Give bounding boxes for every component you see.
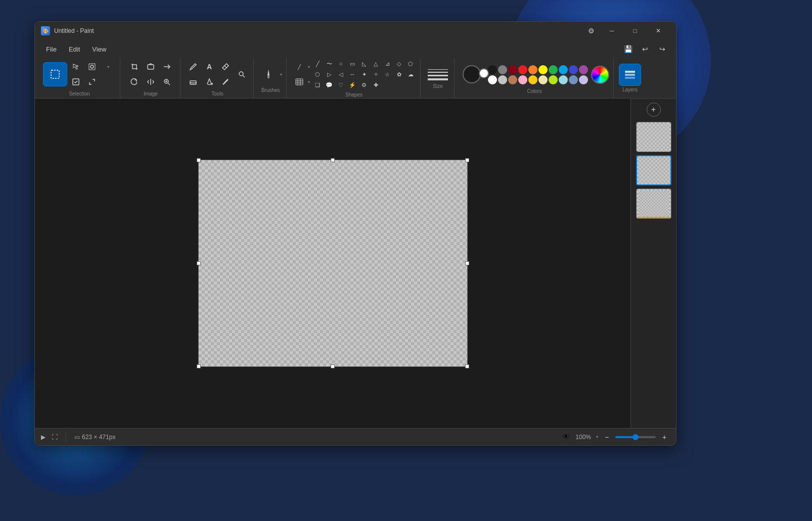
color2-swatch[interactable] <box>479 68 489 78</box>
shape-callout-rect[interactable]: ❑ <box>312 80 323 90</box>
paint-canvas[interactable] <box>198 160 468 367</box>
color-picker-button[interactable] <box>591 66 609 84</box>
shape-plus[interactable]: ✚ <box>370 80 381 90</box>
shape-5star[interactable]: ☆ <box>382 69 393 79</box>
zoom-tool[interactable] <box>159 75 174 89</box>
color-orange[interactable] <box>528 65 537 74</box>
shape-4star[interactable]: ✧ <box>370 69 381 79</box>
flip-tool[interactable] <box>143 75 158 89</box>
shape-diamond[interactable]: ◇ <box>393 59 404 69</box>
handle-top-mid[interactable] <box>331 158 335 162</box>
shape-hex[interactable]: ⬡ <box>312 69 323 79</box>
crop-tool[interactable] <box>127 60 142 74</box>
zoom-slider[interactable] <box>615 436 656 438</box>
color-lavender[interactable] <box>579 75 588 84</box>
shape-gear[interactable]: ⚙ <box>358 80 370 90</box>
handle-top-left[interactable] <box>197 158 201 162</box>
brush-tool[interactable] <box>259 63 278 85</box>
redo-button[interactable]: ↪ <box>655 42 670 56</box>
color-lightblue[interactable] <box>559 65 568 74</box>
select-chevron[interactable]: ▾ <box>101 60 116 74</box>
marker-tool[interactable] <box>218 75 233 89</box>
color-yellow[interactable] <box>538 65 548 74</box>
add-layer-button[interactable]: + <box>647 103 661 117</box>
shape-cloud[interactable]: ☁ <box>405 69 416 79</box>
close-button[interactable]: ✕ <box>647 22 670 40</box>
handle-bot-mid[interactable] <box>331 364 335 368</box>
handle-bot-right[interactable] <box>465 364 469 368</box>
shape-curve[interactable]: 〜 <box>324 59 335 69</box>
outline-style[interactable]: ╱ <box>292 60 307 74</box>
shape-rtriangle[interactable]: ⊿ <box>382 59 393 69</box>
text-tool[interactable]: A <box>202 60 217 74</box>
shape-arrow-r[interactable]: ▷ <box>324 69 335 79</box>
shape-oval[interactable]: ○ <box>335 59 346 69</box>
settings-button[interactable]: ⚙ <box>582 22 600 40</box>
handle-mid-left[interactable] <box>197 261 201 265</box>
zoom-dropdown-arrow[interactable]: ▾ <box>596 435 598 439</box>
zoom-value-display[interactable]: 100% <box>573 433 593 442</box>
size-1px[interactable] <box>428 69 448 70</box>
magnify-tool[interactable] <box>234 67 249 81</box>
view-menu[interactable]: View <box>87 43 111 55</box>
free-select-tool[interactable] <box>68 60 83 74</box>
shape-arrow-l[interactable]: ◁ <box>335 69 346 79</box>
fill-style[interactable] <box>292 75 307 89</box>
color-brown[interactable] <box>508 75 517 84</box>
expand-tool[interactable] <box>84 75 100 89</box>
color-pink[interactable] <box>518 75 527 84</box>
layer-thumb-1[interactable] <box>636 122 671 152</box>
minimize-button[interactable]: ─ <box>600 22 623 40</box>
size-4px[interactable] <box>428 78 448 80</box>
shape-pentagon[interactable]: ⬠ <box>405 59 416 69</box>
shape-triangle2[interactable]: △ <box>370 59 381 69</box>
edit-menu[interactable]: Edit <box>64 43 85 55</box>
zoom-thumb[interactable] <box>633 434 639 440</box>
layer-thumb-3[interactable] <box>636 188 671 219</box>
layers-panel-toggle[interactable] <box>619 64 641 86</box>
select-all-tool[interactable] <box>68 75 83 89</box>
zoom-out-button[interactable]: − <box>601 432 612 443</box>
shape-6star[interactable]: ✿ <box>393 69 404 79</box>
shape-rect[interactable]: ▭ <box>347 59 358 69</box>
color1-swatch[interactable] <box>463 65 481 83</box>
color-skyblue[interactable] <box>559 75 568 84</box>
shape-line[interactable]: ╱ <box>312 59 323 69</box>
eyedropper-tool[interactable] <box>218 60 233 74</box>
fill-tool[interactable] <box>202 75 217 89</box>
file-menu[interactable]: File <box>41 43 62 55</box>
color-purple[interactable] <box>579 65 588 74</box>
shape-callout-oval[interactable]: 💬 <box>324 80 335 90</box>
shape-arrow-2[interactable]: ↔ <box>347 69 358 79</box>
pencil-tool[interactable] <box>186 60 201 74</box>
shape-arrow-4[interactable]: ✦ <box>358 69 370 79</box>
image-select-tool[interactable] <box>84 60 100 74</box>
size-3px[interactable] <box>428 75 448 76</box>
save-button[interactable]: 💾 <box>620 42 636 56</box>
size-2px[interactable] <box>428 72 448 73</box>
color-white[interactable] <box>488 75 497 84</box>
shape-lightning[interactable]: ⚡ <box>347 80 358 90</box>
maximize-button[interactable]: □ <box>623 22 647 40</box>
fullscreen-info[interactable]: ⛶ <box>52 434 58 441</box>
color-darkred[interactable] <box>508 65 517 74</box>
shape-triangle1[interactable]: ◺ <box>358 59 370 69</box>
eraser-tool[interactable] <box>186 75 201 89</box>
select-image-tool[interactable] <box>143 60 158 74</box>
color-lime[interactable] <box>549 75 558 84</box>
color-black[interactable] <box>488 65 497 74</box>
color-gold[interactable] <box>528 75 537 84</box>
color-steelblue[interactable] <box>569 75 578 84</box>
resize-tool[interactable] <box>159 60 174 74</box>
color-silver[interactable] <box>498 75 507 84</box>
layer-thumb-2[interactable] <box>636 155 671 185</box>
handle-mid-right[interactable] <box>465 261 469 265</box>
undo-button[interactable]: ↩ <box>638 42 653 56</box>
zoom-in-button[interactable]: + <box>659 432 670 443</box>
selection-tool-active[interactable] <box>43 62 67 86</box>
color-lightyellow[interactable] <box>538 75 548 84</box>
shape-heart[interactable]: ♡ <box>335 80 346 90</box>
color-blue[interactable] <box>569 65 578 74</box>
color-green[interactable] <box>549 65 558 74</box>
handle-bot-left[interactable] <box>197 364 201 368</box>
